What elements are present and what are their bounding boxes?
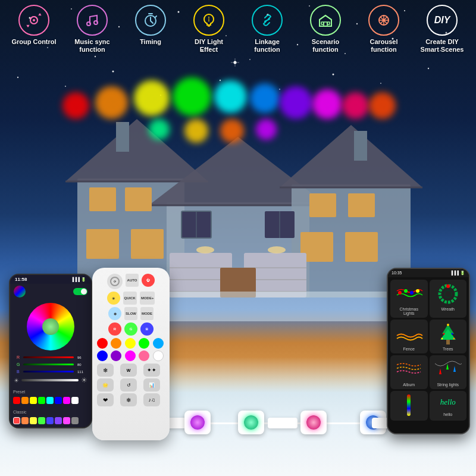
scene-wreath[interactable]: Wreath [430, 280, 467, 318]
preset-red[interactable] [13, 397, 20, 404]
classic-5[interactable] [46, 417, 54, 424]
scene-album[interactable]: Album [390, 355, 428, 389]
classic-4[interactable] [38, 417, 45, 424]
svg-marker-99 [446, 364, 449, 369]
wreath-label: Wreath [441, 307, 455, 311]
feature-label-linkage: Linkagefunction [254, 38, 280, 54]
phone-top-controls [10, 284, 91, 299]
power-toggle[interactable] [73, 288, 87, 295]
color-dot-red[interactable] [97, 338, 108, 349]
green-label: G [17, 362, 20, 367]
remote-music-btn[interactable]: ♪♫ [143, 393, 160, 406]
modeplus-label: MODE+ [141, 296, 154, 300]
remote-power-btn[interactable]: ⏻ [142, 274, 155, 287]
remote-fn2-btn[interactable]: ↺ [120, 378, 137, 392]
color-dot-magenta[interactable] [125, 350, 136, 361]
svg-rect-65 [86, 229, 119, 259]
blue-bar[interactable] [23, 371, 74, 372]
color-dot-pink[interactable] [139, 350, 149, 361]
svg-rect-92 [446, 340, 450, 345]
svg-point-83 [398, 291, 402, 295]
feature-label-carousel: Carouselfunction [369, 38, 397, 54]
remote-mode-ring[interactable]: ⟳ [107, 274, 123, 289]
scene-string-lights[interactable]: String lights [430, 355, 467, 389]
remote-fn1-btn[interactable]: 🌟 [97, 378, 114, 392]
remote-white-btn[interactable]: W [120, 364, 137, 377]
preset-yellow[interactable] [30, 397, 37, 404]
brightness-slider[interactable] [21, 379, 79, 381]
phone-right-screen: 10:35 ▐▐▐ 🔋 [388, 269, 469, 433]
scene-christmas-lights[interactable]: ChristmasLights [390, 280, 428, 318]
wreath-icon [433, 282, 463, 306]
phone-status-bar: 11:58 ▐▐▐ 🔋 [10, 275, 91, 284]
preset-white[interactable] [71, 397, 79, 404]
remote-sparkle-btn[interactable]: ✦✦ [143, 364, 160, 377]
color-dot-blue[interactable] [97, 350, 108, 361]
color-dot-orange[interactable] [111, 338, 121, 349]
classic-8[interactable] [71, 417, 79, 424]
feature-icon-linkage [252, 5, 283, 36]
remote-red-btn[interactable]: R [108, 322, 121, 336]
preset-orange[interactable] [21, 397, 29, 404]
svg-point-34 [27, 26, 29, 27]
blue-label: B [17, 369, 20, 374]
feature-icon-group-control [18, 5, 49, 36]
cable-area [173, 405, 399, 452]
color-wheel-container[interactable] [10, 300, 91, 353]
color-dot-white[interactable] [153, 350, 164, 361]
remote-modeplus-btn[interactable]: MODE+ [140, 292, 155, 305]
color-dot-green[interactable] [139, 338, 149, 349]
scene-light-bar[interactable] [390, 391, 428, 421]
classic-3[interactable] [30, 417, 37, 424]
remote-blue-btn[interactable]: B [140, 322, 154, 336]
remote-quick-btn[interactable]: QUICK [123, 292, 137, 305]
brightness-low-icon: ☀ [14, 377, 19, 384]
remote-snow-btn[interactable]: ❄ [108, 307, 121, 320]
preset-cyan[interactable] [46, 397, 54, 404]
brightness-bar: ☀ ☀ [10, 376, 91, 384]
classic-6[interactable] [55, 417, 62, 424]
preset-blue[interactable] [55, 397, 62, 404]
remote-fn3-btn[interactable]: 📊 [143, 378, 160, 392]
svg-marker-54 [280, 125, 422, 187]
remote-slow-btn[interactable]: SLOW [124, 307, 137, 320]
string-lights-icon [433, 358, 463, 381]
diy-text: DIY [434, 15, 450, 26]
scene-fence[interactable]: Fence [390, 320, 428, 353]
red-bar[interactable] [23, 356, 74, 358]
remote-sun-btn[interactable]: ☀ [107, 292, 120, 305]
color-dot-yellow[interactable] [125, 338, 136, 349]
remote-mode-btn[interactable]: MODE [140, 307, 154, 320]
preset-magenta[interactable] [63, 397, 70, 404]
classic-label: Classic [13, 410, 27, 414]
color-circle-icon[interactable] [14, 286, 26, 298]
scene-hello[interactable]: hello hello [430, 391, 467, 421]
scene-trees[interactable]: Trees [430, 320, 467, 353]
color-wheel[interactable] [27, 303, 74, 350]
feature-label-music-sync: Music syncfunction [74, 38, 109, 54]
svg-point-80 [196, 246, 214, 253]
color-dot-lightblue[interactable] [153, 338, 164, 349]
remote-heart-btn[interactable]: ❤ [97, 393, 114, 406]
feature-label-diy-smart: Create DIYSmart Scenes [421, 38, 464, 54]
classic-2[interactable] [21, 417, 29, 424]
light-glow-1 [190, 415, 205, 430]
remote-green-btn[interactable]: G [124, 322, 137, 336]
remote-auto-btn[interactable]: AUTO [126, 274, 139, 287]
svg-rect-66 [131, 229, 164, 259]
classic-7[interactable] [63, 417, 70, 424]
remote-snowflake3-btn[interactable]: ❄ [120, 393, 137, 406]
phone-right: 10:35 ▐▐▐ 🔋 [387, 268, 470, 434]
toggle-area [73, 288, 87, 295]
phone-left-time: 11:58 [15, 277, 27, 282]
color-dot-purple[interactable] [111, 350, 121, 361]
svg-point-19 [17, 77, 18, 78]
green-bar[interactable] [23, 364, 74, 365]
svg-point-27 [428, 68, 429, 69]
remote-snowflake2-btn[interactable]: ❄ [97, 364, 114, 377]
feature-icon-diy-smart: DIY [427, 5, 458, 36]
preset-green[interactable] [38, 397, 45, 404]
classic-1[interactable] [13, 417, 20, 424]
hello-icon: hello [433, 393, 463, 411]
phone-signal-icons: ▐▐▐ 🔋 [71, 277, 86, 282]
